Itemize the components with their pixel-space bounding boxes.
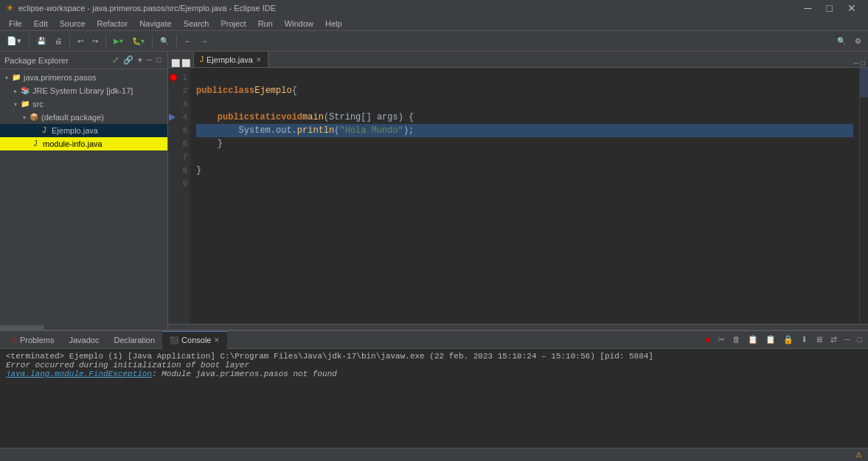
hscroll-thumb[interactable] [0, 325, 44, 330]
problems-label: Problems [20, 336, 54, 344]
declaration-label: Declaration [114, 336, 155, 344]
window-title: eclipse-workspace - java.primeros.pasos/… [18, 4, 276, 13]
toolbar-sep-3 [105, 35, 106, 48]
bottom-tabs: ⚠ Problems Javadoc Declaration ⬛ Console… [0, 331, 868, 349]
toolbar-back[interactable]: ← [181, 33, 195, 49]
menu-window[interactable]: Window [279, 18, 319, 30]
console-error-line1: Error occurred during initialization of … [6, 361, 862, 370]
tree-item-default-pkg[interactable]: ▾ 📦 (default package) [0, 111, 167, 124]
ejemplo-label: Ejemplo.java [52, 126, 98, 135]
menu-run[interactable]: Run [252, 18, 279, 30]
toolbar-sep-1 [29, 35, 29, 48]
editor-tab-ejemplo[interactable]: J Ejemplo.java ✕ [193, 52, 268, 67]
tree-item-module-info[interactable]: J module-info.java [0, 137, 167, 150]
code-line-9 [196, 177, 853, 190]
project-icon: 📁 [10, 72, 22, 83]
console-clear-icon[interactable]: 🗑 [729, 333, 743, 346]
toolbar-save[interactable]: 💾 [33, 33, 49, 49]
arrow-mark-4 [169, 114, 176, 121]
console-paste-icon[interactable]: 📋 [763, 333, 779, 346]
menu-refactor[interactable]: Refactor [91, 18, 134, 30]
pe-link-icon[interactable]: 🔗 [122, 55, 135, 66]
console-stop-icon[interactable]: ■ [703, 333, 714, 346]
status-bar: ⚠ [0, 448, 868, 461]
editor-hscroll[interactable] [168, 324, 868, 330]
tab-ejemplo-label: Ejemplo.java [206, 55, 253, 64]
console-switch-icon[interactable]: ⇄ [827, 333, 840, 346]
toolbar-redo[interactable]: ↪ [88, 33, 102, 49]
code-line-3 [196, 97, 853, 111]
menu-bar: File Edit Source Refactor Navigate Searc… [0, 16, 868, 31]
console-content: <terminated> Ejemplo (1) [Java Applicati… [0, 349, 868, 448]
toolbar-forward[interactable]: → [197, 33, 212, 49]
console-error-text1: Error occurred during initialization of … [6, 361, 249, 370]
console-copy-icon[interactable]: 📋 [745, 333, 761, 346]
menu-edit[interactable]: Edit [28, 18, 54, 30]
tab-javadoc[interactable]: Javadoc [61, 331, 106, 349]
project-collapse-icon: ▾ [3, 74, 10, 81]
panel-min-icon[interactable]: ─ [841, 333, 853, 346]
console-error-link[interactable]: java.lang.module.FindException [6, 370, 152, 378]
error-dot-1 [170, 74, 177, 81]
menu-search[interactable]: Search [178, 18, 215, 30]
pkg-icon: 📦 [28, 112, 40, 122]
right-minimap[interactable] [859, 68, 868, 324]
menu-navigate[interactable]: Navigate [133, 18, 177, 30]
editor-area: ⬜ ⬜ J Ejemplo.java ✕ ─ □ [168, 52, 868, 330]
editor-tab-left-icon2: ⬜ [181, 59, 190, 67]
jre-icon: 📚 [19, 86, 31, 96]
menu-help[interactable]: Help [319, 18, 348, 30]
gutter-line-9: 9 [168, 177, 190, 190]
tab-declaration[interactable]: Declaration [106, 331, 162, 349]
gutter-line-2: 2 [168, 84, 190, 97]
toolbar-debug[interactable]: 🐛▾ [128, 33, 148, 49]
pe-maximize-icon[interactable]: □ [155, 55, 163, 66]
toolbar-search[interactable]: 🔍 [156, 33, 173, 49]
pe-menu-icon[interactable]: ▾ [136, 55, 144, 66]
menu-project[interactable]: Project [215, 18, 251, 30]
tab-console[interactable]: ⬛ Console ✕ [162, 331, 227, 349]
toolbar-new[interactable]: 📄▾ [3, 33, 25, 49]
console-new-icon[interactable]: 🖥 [812, 333, 826, 346]
minimize-button[interactable]: ─ [799, 2, 818, 14]
toolbar-run[interactable]: ▶▾ [110, 33, 127, 49]
code-line-4: public static void main(String[] args) { [196, 111, 853, 124]
tab-problems[interactable]: ⚠ Problems [3, 331, 61, 349]
code-line-2: public class Ejemplo { [196, 84, 853, 97]
menu-source[interactable]: Source [54, 18, 91, 30]
module-icon: J [29, 139, 41, 149]
gutter-line-4: 4 [168, 111, 190, 124]
maximize-button[interactable]: □ [821, 2, 839, 14]
editor-tabs: ⬜ ⬜ J Ejemplo.java ✕ ─ □ [168, 52, 868, 68]
tree-item-ejemplo[interactable]: J Ejemplo.java [0, 124, 167, 137]
minimap-thumb [860, 68, 868, 97]
close-button[interactable]: ✕ [841, 2, 862, 14]
tree-item-src[interactable]: ▾ 📁 src [0, 97, 167, 111]
toolbar-undo[interactable]: ↩ [74, 33, 87, 49]
menu-file[interactable]: File [3, 18, 28, 30]
toolbar-print[interactable]: 🖨 [51, 33, 66, 49]
toolbar-sep-4 [152, 35, 153, 48]
console-label: Console [181, 336, 211, 344]
pe-minimize-icon[interactable]: ─ [145, 55, 154, 66]
editor-min-icon[interactable]: ─ [854, 59, 859, 67]
panel-max-icon[interactable]: □ [854, 333, 865, 346]
pe-collapse-icon[interactable]: ⤢ [111, 55, 120, 66]
console-disconnect-icon[interactable]: ✂ [715, 333, 728, 346]
toolbar-perspective[interactable]: ⚙ [851, 33, 865, 49]
src-icon: 📁 [19, 99, 31, 109]
work-area: Package Explorer ⤢ 🔗 ▾ ─ □ ▾ 📁 java.prim… [0, 52, 868, 330]
tab-close-button[interactable]: ✕ [256, 56, 262, 63]
gutter-line-6: 6 [168, 137, 190, 150]
tree-item-project[interactable]: ▾ 📁 java.primeros.pasos [0, 71, 167, 84]
javadoc-label: Javadoc [69, 336, 99, 344]
toolbar-search-right[interactable]: 🔍 [833, 33, 850, 49]
code-editor[interactable]: 1 2 3 4 5 6 7 8 9 [168, 68, 859, 324]
code-content[interactable]: public class Ejemplo { public static voi… [190, 68, 859, 324]
editor-max-icon[interactable]: □ [861, 59, 865, 67]
console-scroll-end-icon[interactable]: ⬇ [798, 333, 810, 346]
toolbar: 📄▾ 💾 🖨 ↩ ↪ ▶▾ 🐛▾ 🔍 ← → 🔍 ⚙ [0, 31, 868, 52]
console-scroll-lock-icon[interactable]: 🔒 [780, 333, 796, 346]
tree-item-jre[interactable]: ▸ 📚 JRE System Library [jdk-17] [0, 84, 167, 97]
console-tab-close[interactable]: ✕ [214, 336, 220, 344]
